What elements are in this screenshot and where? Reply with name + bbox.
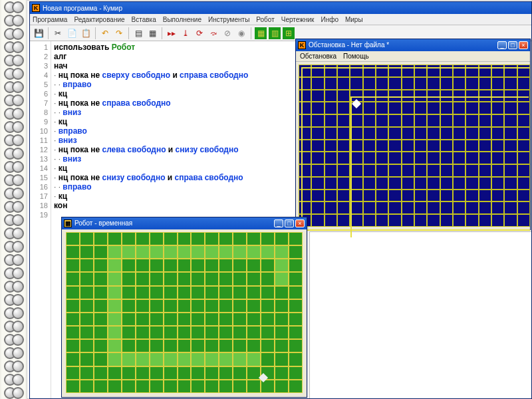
obst-icon: K	[298, 41, 306, 49]
menu-Редактирование[interactable]: Редактирование	[74, 16, 124, 23]
grid3-icon[interactable]: ⊞	[283, 27, 295, 39]
paste-icon[interactable]: 📋	[80, 27, 92, 39]
menu-Робот[interactable]: Робот	[256, 16, 274, 23]
undo-icon[interactable]: ↶	[99, 27, 111, 39]
skip-icon[interactable]: ⤼	[207, 27, 219, 39]
menubar[interactable]: ПрограммаРедактированиеВставкаВыполнение…	[30, 14, 531, 25]
main-titlebar: K Новая программа - Кумир	[30, 2, 531, 14]
menu-Инфо[interactable]: Инфо	[321, 16, 338, 23]
obst-titlebar[interactable]: KОбстановка - Нет файла * _ □ ×	[296, 39, 530, 51]
robot-icon: ▦	[64, 219, 72, 227]
menu-Чертежник[interactable]: Чертежник	[281, 16, 315, 23]
save-icon[interactable]: 💾	[33, 27, 45, 39]
spiral-binding	[1, 0, 25, 399]
menu-Инструменты[interactable]: Инструменты	[208, 16, 249, 23]
obst-menu[interactable]: ОбстановкаПомощь	[296, 51, 530, 62]
copy-icon[interactable]: 📄	[66, 27, 78, 39]
cut-icon[interactable]: ✂	[52, 27, 64, 39]
robot-titlebar[interactable]: ▦Робот - временная _ □ ×	[62, 217, 307, 229]
main-title: Новая программа - Кумир	[43, 5, 122, 12]
obst-wall2	[301, 67, 530, 231]
sheet-icon[interactable]: ▦	[146, 27, 158, 39]
robot-grid[interactable]	[66, 232, 303, 393]
grid2-icon[interactable]: ▥	[269, 27, 281, 39]
run-red-icon[interactable]: ▸▸	[166, 27, 178, 39]
menu-Программа[interactable]: Программа	[33, 16, 67, 23]
close-icon[interactable]: ×	[295, 219, 305, 227]
loop-icon[interactable]: ⟳	[194, 27, 205, 39]
menu-Вставка[interactable]: Вставка	[132, 16, 156, 23]
globe-icon[interactable]: ◉	[235, 27, 247, 39]
redo-icon[interactable]: ↷	[113, 27, 125, 39]
menu-Миры[interactable]: Миры	[345, 16, 363, 23]
output-pane	[309, 231, 531, 398]
list-icon[interactable]: ▤	[132, 27, 144, 39]
minimize-icon[interactable]: _	[274, 219, 283, 227]
step-icon[interactable]: ⤓	[180, 27, 192, 39]
obst-title: Обстановка - Нет файла *	[309, 41, 389, 49]
menu-Выполнение[interactable]: Выполнение	[163, 16, 201, 23]
line-gutter: 12345678910111213141516171819	[30, 41, 51, 398]
maximize-icon[interactable]: □	[285, 219, 294, 227]
minimize-icon[interactable]: _	[497, 41, 507, 49]
maximize-icon[interactable]: □	[508, 41, 517, 49]
stop-icon[interactable]: ⊘	[221, 27, 233, 39]
robot-window[interactable]: ▦Робот - временная _ □ ×	[61, 217, 307, 398]
close-icon[interactable]: ×	[519, 41, 528, 49]
obstanovka-window[interactable]: KОбстановка - Нет файла * _ □ × Обстанов…	[295, 39, 531, 230]
robot-title: Робот - временная	[74, 219, 132, 227]
grid1-icon[interactable]: ▦	[255, 27, 267, 39]
app-icon: K	[32, 4, 40, 12]
